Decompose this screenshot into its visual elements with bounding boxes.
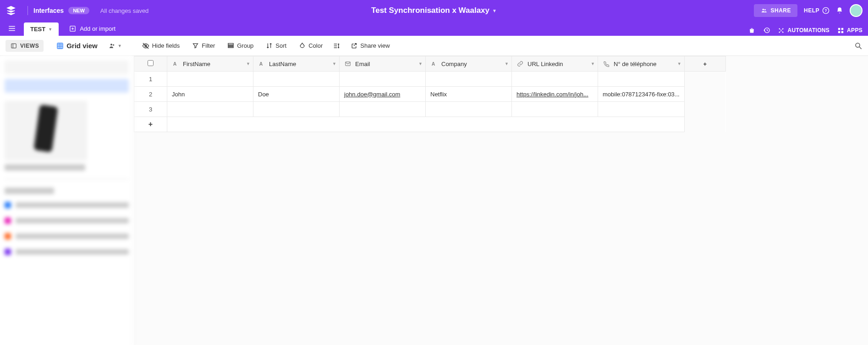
plus-icon: + (703, 61, 707, 67)
chevron-down-icon[interactable]: ▼ (505, 61, 509, 66)
cell[interactable] (340, 72, 426, 87)
cell[interactable] (253, 72, 340, 87)
grid-view-button[interactable]: Grid view (52, 39, 102, 52)
row-number[interactable]: 3 (134, 102, 167, 117)
people-icon (760, 7, 768, 14)
url-icon (516, 60, 524, 67)
cell[interactable] (512, 72, 598, 87)
views-toggle-button[interactable]: VIEWS (5, 40, 44, 52)
chevron-down-icon[interactable]: ▼ (677, 61, 681, 66)
add-or-import-button[interactable]: Add or import (64, 22, 120, 35)
column-label: URL Linkedin (527, 61, 563, 67)
add-column-button[interactable]: + (684, 56, 725, 72)
collaborator-button[interactable]: ▼ (105, 40, 126, 52)
avatar[interactable] (850, 4, 863, 17)
cell[interactable]: Netflix (426, 87, 512, 102)
share-view-button[interactable]: Share view (346, 40, 394, 52)
cell[interactable] (426, 72, 512, 87)
column-header-company[interactable]: A Company ▼ (426, 56, 512, 72)
apps-button[interactable]: APPS (837, 27, 863, 34)
history-icon[interactable] (763, 27, 770, 34)
automations-button[interactable]: AUTOMATIONS (778, 27, 830, 34)
help-button[interactable]: HELP ? (804, 7, 830, 14)
url-link[interactable]: https://linkedin.com/in/joh... (516, 91, 593, 98)
table-tab-row: TEST ▼ Add or import AUTOMATIONS APPS (0, 21, 868, 36)
column-header-lastname[interactable]: A LastName ▼ (253, 56, 340, 72)
apps-icon (837, 27, 844, 34)
header-row: A FirstName ▼ A LastName ▼ (134, 56, 726, 72)
column-header-phone[interactable]: N° de téléphone ▼ (598, 56, 685, 72)
select-all-checkbox[interactable] (148, 60, 154, 66)
people-icon (109, 42, 116, 50)
plus-icon[interactable]: + (134, 117, 167, 132)
sort-button[interactable]: Sort (261, 40, 291, 52)
sort-label: Sort (275, 42, 286, 49)
cell[interactable] (512, 102, 598, 117)
column-label: FirstName (183, 61, 210, 67)
second-row-right: AUTOMATIONS APPS (748, 27, 863, 34)
eye-off-icon (142, 42, 149, 50)
cell[interactable] (598, 102, 685, 117)
cell[interactable] (167, 102, 253, 117)
interfaces-link[interactable]: Interfaces (33, 7, 64, 14)
text-field-icon: A (258, 60, 265, 67)
cell[interactable]: John (167, 87, 253, 102)
chevron-down-icon[interactable]: ▼ (332, 61, 336, 66)
email-icon (344, 60, 352, 67)
app-logo[interactable] (5, 5, 16, 16)
hide-fields-label: Hide fields (152, 42, 180, 49)
filter-button[interactable]: Filter (187, 40, 220, 52)
add-row-button[interactable]: + (134, 117, 726, 132)
svg-point-28 (110, 44, 112, 45)
cell[interactable] (340, 102, 426, 117)
svg-point-29 (113, 44, 114, 45)
bell-icon[interactable] (836, 7, 843, 14)
tab-test[interactable]: TEST ▼ (24, 22, 59, 36)
svg-rect-20 (841, 31, 843, 33)
views-label: VIEWS (20, 43, 39, 49)
trash-icon[interactable] (748, 27, 756, 34)
top-right: SHARE HELP ? (754, 4, 863, 17)
hamburger-icon[interactable] (5, 22, 18, 35)
column-header-url[interactable]: URL Linkedin ▼ (512, 56, 598, 72)
grid-container[interactable]: A FirstName ▼ A LastName ▼ (134, 56, 868, 345)
row-number[interactable]: 2 (134, 87, 167, 102)
row-height-button[interactable] (330, 40, 343, 52)
svg-text:?: ? (824, 8, 827, 13)
view-toolbar: VIEWS Grid view ▼ Hide fields Filter Gro… (0, 36, 868, 56)
cell[interactable] (167, 72, 253, 87)
chevron-down-icon[interactable]: ▼ (418, 61, 423, 66)
svg-rect-23 (57, 43, 63, 49)
table-row[interactable]: 2 John Doe john.doe@gmail.com Netflix ht… (134, 87, 726, 102)
data-grid: A FirstName ▼ A LastName ▼ (134, 56, 726, 132)
cell[interactable]: https://linkedin.com/in/joh... (512, 87, 598, 102)
cell[interactable]: Doe (253, 87, 340, 102)
row-number[interactable]: 1 (134, 72, 167, 87)
cell[interactable]: mobile:0787123476-fixe:03... (598, 87, 685, 102)
chevron-down-icon[interactable]: ▼ (591, 61, 595, 66)
hide-fields-button[interactable]: Hide fields (137, 40, 185, 52)
color-icon (298, 42, 306, 50)
svg-point-38 (856, 43, 860, 47)
base-title[interactable]: Test Synchronisation x Waalaxy ▼ (371, 6, 497, 15)
cell[interactable] (598, 72, 685, 87)
search-button[interactable] (854, 42, 863, 50)
email-link[interactable]: john.doe@gmail.com (344, 91, 400, 98)
main-area: A FirstName ▼ A LastName ▼ (0, 56, 868, 345)
table-row[interactable]: 3 (134, 102, 726, 117)
color-button[interactable]: Color (294, 40, 327, 52)
group-button[interactable]: Group (222, 40, 258, 52)
chevron-down-icon[interactable]: ▼ (246, 61, 250, 66)
column-header-firstname[interactable]: A FirstName ▼ (167, 56, 253, 72)
select-all-header[interactable] (134, 56, 167, 72)
cell[interactable] (253, 102, 340, 117)
share-button[interactable]: SHARE (754, 4, 797, 17)
cell[interactable] (426, 102, 512, 117)
table-row[interactable]: 1 (134, 72, 726, 87)
svg-rect-34 (228, 47, 233, 48)
cell[interactable]: john.doe@gmail.com (340, 87, 426, 102)
svg-rect-21 (11, 44, 16, 48)
column-header-email[interactable]: Email ▼ (340, 56, 426, 72)
share-icon (350, 42, 357, 50)
column-label: LastName (269, 61, 296, 67)
